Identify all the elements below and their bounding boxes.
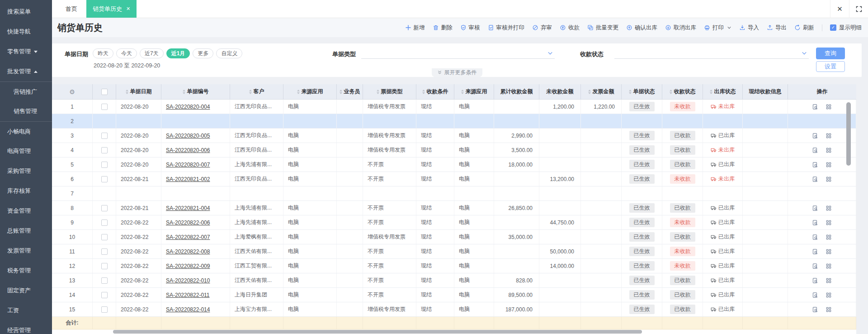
table-row[interactable]: 142022-08-22SA-20220822-011上海日升集团电脑不开票现结… bbox=[52, 288, 856, 302]
linked-query-icon[interactable] bbox=[812, 234, 818, 240]
sidebar-item-7[interactable]: 电商管理 bbox=[0, 141, 52, 161]
query-button[interactable]: 查询 bbox=[816, 48, 845, 59]
table-row[interactable]: 2 bbox=[52, 114, 856, 129]
more-actions-grid-icon[interactable] bbox=[826, 277, 832, 284]
table-row[interactable]: 82022-08-21SA-20220821-004上海先浦有限...电脑不开票… bbox=[52, 201, 856, 215]
close-icon[interactable]: ✕ bbox=[830, 0, 849, 18]
row-checkbox[interactable] bbox=[101, 248, 108, 255]
linked-query-icon[interactable] bbox=[812, 219, 818, 226]
doc-no-link[interactable]: SA-20220822-009 bbox=[166, 263, 210, 269]
sidebar-item-0[interactable]: 搜索菜单 bbox=[0, 2, 52, 22]
row-checkbox[interactable] bbox=[101, 176, 108, 182]
toolbar-confirm-out-button[interactable]: 确认出库 bbox=[626, 24, 657, 32]
col-source_app[interactable]: 来源应用 bbox=[283, 84, 337, 99]
linked-query-icon[interactable] bbox=[812, 176, 818, 182]
table-row[interactable]: 122022-08-22SA-20220822-009江西工贸有限...电脑不开… bbox=[52, 259, 856, 273]
linked-query-icon[interactable] bbox=[812, 147, 818, 153]
toolbar-audit-print-button[interactable]: 审核并打印 bbox=[488, 24, 525, 32]
toolbar-batch-button[interactable]: 批量变更 bbox=[587, 24, 618, 32]
col-received_total[interactable]: 累计收款金额 bbox=[494, 84, 539, 99]
row-checkbox[interactable] bbox=[101, 205, 108, 211]
sidebar-item-16[interactable]: 经营管理 bbox=[0, 320, 52, 334]
linked-query-icon[interactable] bbox=[812, 277, 818, 284]
table-row[interactable]: 42022-08-20SA-20220820-006江西无印良品...电脑增值税… bbox=[52, 143, 856, 157]
col-cb[interactable] bbox=[93, 84, 116, 99]
col-source_app2[interactable]: 来源应用 bbox=[454, 84, 494, 99]
toolbar-cancel-out-button[interactable]: 取消出库 bbox=[665, 24, 696, 32]
sidebar-item-9[interactable]: 库存核算 bbox=[0, 181, 52, 201]
col-salesman[interactable]: 业务员 bbox=[337, 84, 363, 99]
row-checkbox[interactable] bbox=[101, 147, 108, 153]
linked-query-icon[interactable] bbox=[812, 133, 818, 139]
col-doc_no[interactable]: 单据编号 bbox=[161, 84, 230, 99]
table-row[interactable]: 102022-08-22SA-20220822-007上海爱枫有限...电脑增值… bbox=[52, 230, 856, 244]
more-actions-grid-icon[interactable] bbox=[826, 147, 832, 153]
col-unreceived[interactable]: 未收款金额 bbox=[539, 84, 581, 99]
col-date[interactable]: 单据日期 bbox=[116, 84, 161, 99]
fullscreen-icon[interactable] bbox=[849, 0, 868, 18]
tab-close-icon[interactable]: ✕ bbox=[126, 6, 130, 12]
doc-no-link[interactable]: SA-20220822-007 bbox=[166, 234, 210, 240]
doc-no-link[interactable]: SA-20220820-004 bbox=[166, 104, 210, 110]
more-actions-grid-icon[interactable] bbox=[826, 133, 832, 139]
toolbar-unaudit-button[interactable]: 弃审 bbox=[532, 24, 552, 32]
more-actions-grid-icon[interactable] bbox=[826, 306, 832, 313]
linked-query-icon[interactable] bbox=[812, 263, 818, 269]
toolbar-trash-button[interactable]: 删除 bbox=[433, 24, 453, 32]
col-cash_info[interactable]: 现结收款信息 bbox=[743, 84, 788, 99]
sidebar-item-2[interactable]: 零售管理 bbox=[0, 42, 52, 62]
table-row[interactable]: 32022-08-20SA-20220820-005江西无印良品...电脑增值税… bbox=[52, 129, 856, 143]
col-rownum[interactable]: ⚙ bbox=[52, 84, 93, 99]
sidebar-item-12[interactable]: 发票管理 bbox=[0, 241, 52, 261]
linked-query-icon[interactable] bbox=[812, 104, 818, 110]
more-actions-grid-icon[interactable] bbox=[826, 234, 832, 240]
row-checkbox[interactable] bbox=[101, 104, 108, 110]
table-row[interactable]: 132022-08-22SA-20220822-010江西天佑有限...电脑不开… bbox=[52, 273, 856, 288]
row-checkbox[interactable] bbox=[101, 306, 108, 313]
vertical-scrollbar-thumb[interactable] bbox=[846, 102, 851, 166]
show-detail-checkbox[interactable]: ✓显示明细 bbox=[830, 24, 862, 32]
doc-no-link[interactable]: SA-20220822-008 bbox=[166, 248, 210, 255]
doc-no-link[interactable]: SA-20220820-007 bbox=[166, 162, 210, 168]
horizontal-scrollbar-thumb[interactable] bbox=[113, 330, 642, 334]
toolbar-audit-button[interactable]: 审核 bbox=[460, 24, 480, 32]
doc-no-link[interactable]: SA-20220822-011 bbox=[166, 292, 210, 298]
doc-no-link[interactable]: SA-20220822-014 bbox=[166, 306, 210, 313]
toolbar-plus-button[interactable]: 新增 bbox=[405, 24, 425, 32]
col-outbound_status[interactable]: 出库状态 bbox=[703, 84, 743, 99]
doc-no-link[interactable]: SA-20220821-004 bbox=[166, 205, 210, 211]
date-quick-1[interactable]: 今天 bbox=[116, 48, 137, 58]
row-checkbox[interactable] bbox=[101, 133, 108, 139]
sidebar-item-1[interactable]: 快捷导航 bbox=[0, 22, 52, 42]
col-invoice_type[interactable]: 票据类型 bbox=[363, 84, 416, 99]
table-row[interactable]: 92022-08-22SA-20220822-006上海先浦有限...电脑不开票… bbox=[52, 215, 856, 230]
sidebar-item-6[interactable]: 小畅电商 bbox=[0, 121, 52, 141]
linked-query-icon[interactable] bbox=[812, 292, 818, 298]
row-checkbox[interactable] bbox=[101, 277, 108, 284]
linked-query-icon[interactable] bbox=[812, 248, 818, 255]
more-actions-grid-icon[interactable] bbox=[826, 162, 832, 168]
doc-no-link[interactable]: SA-20220820-006 bbox=[166, 147, 210, 153]
sidebar-item-4[interactable]: 营销推广 bbox=[0, 81, 52, 101]
col-payment_status[interactable]: 收款状态 bbox=[662, 84, 703, 99]
row-checkbox[interactable] bbox=[101, 263, 108, 269]
date-quick-5[interactable]: 自定义 bbox=[216, 48, 242, 58]
table-row[interactable]: 112022-08-22SA-20220822-008江西天佑有限...电脑不开… bbox=[52, 244, 856, 259]
expand-more-button[interactable]: 展开更多条件 bbox=[432, 68, 482, 77]
toolbar-refresh-button[interactable]: 刷新 bbox=[794, 24, 814, 32]
date-quick-0[interactable]: 昨天 bbox=[93, 48, 113, 58]
date-quick-4[interactable]: 更多 bbox=[193, 48, 213, 58]
doc-no-link[interactable]: SA-20220821-002 bbox=[166, 176, 210, 182]
toolbar-payment-button[interactable]: 收款 bbox=[560, 24, 580, 32]
doc-no-link[interactable]: SA-20220820-005 bbox=[166, 133, 210, 139]
more-actions-grid-icon[interactable] bbox=[826, 176, 832, 182]
toolbar-export-button[interactable]: 导出 bbox=[767, 24, 787, 32]
row-checkbox[interactable] bbox=[101, 162, 108, 168]
sidebar-item-5[interactable]: 销售管理 bbox=[0, 101, 52, 121]
select-all-checkbox[interactable] bbox=[101, 89, 108, 95]
col-customer[interactable]: 客户 bbox=[230, 84, 283, 99]
toolbar-print-button[interactable]: 打印 bbox=[704, 24, 731, 32]
more-actions-grid-icon[interactable] bbox=[826, 248, 832, 255]
sidebar-item-13[interactable]: 税务管理 bbox=[0, 261, 52, 281]
payment-status-select[interactable] bbox=[614, 47, 809, 59]
